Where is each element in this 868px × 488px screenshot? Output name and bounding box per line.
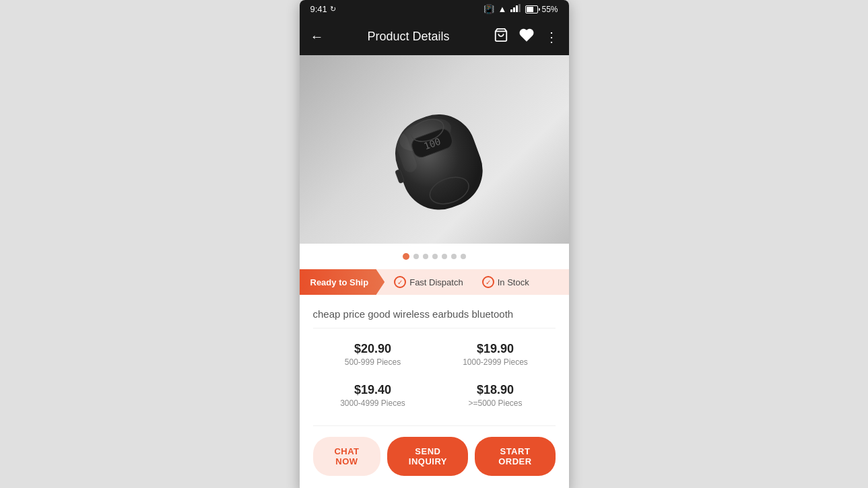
- battery-icon: 55%: [525, 5, 558, 14]
- back-button[interactable]: ←: [310, 29, 324, 44]
- product-image-container: 100: [300, 55, 569, 244]
- price-tier-4: $18.90 >=5000 Pieces: [436, 376, 556, 415]
- start-order-button[interactable]: START ORDER: [475, 437, 555, 476]
- ready-to-ship-badge: Ready to Ship: [300, 269, 385, 295]
- more-icon[interactable]: ⋮: [545, 29, 558, 45]
- price-tier-3: $19.40 3000-4999 Pieces: [313, 376, 433, 415]
- price-tier-1: $20.90 500-999 Pieces: [313, 335, 433, 374]
- action-buttons: CHAT NOW SEND INQUIRY START ORDER: [300, 426, 569, 488]
- status-bar: 9:41 ↻ 📳 ▲ 55%: [300, 0, 569, 18]
- product-image: 100: [374, 75, 495, 223]
- nav-bar: ← Product Details ⋮: [300, 18, 569, 55]
- send-inquiry-button[interactable]: SEND INQUIRY: [387, 437, 468, 476]
- svg-rect-3: [519, 4, 521, 12]
- svg-rect-0: [510, 9, 512, 12]
- svg-rect-1: [513, 7, 515, 12]
- wifi-icon: ▲: [498, 4, 507, 14]
- activity-icon: ↻: [330, 5, 336, 13]
- dispatch-check-icon: ✓: [394, 276, 406, 288]
- vibrate-icon: 📳: [483, 4, 494, 14]
- carousel-dot-2[interactable]: [413, 254, 419, 259]
- product-title: cheap price good wireless earbuds blueto…: [300, 295, 569, 328]
- stock-check-icon: ✓: [482, 276, 494, 288]
- svg-rect-2: [516, 5, 518, 12]
- carousel-dot-6[interactable]: [451, 254, 457, 259]
- carousel-dot-1[interactable]: [403, 253, 409, 260]
- phone-frame: 9:41 ↻ 📳 ▲ 55%: [300, 0, 569, 488]
- chat-now-button[interactable]: CHAT NOW: [313, 437, 381, 476]
- signal-icon: [510, 4, 521, 14]
- nav-actions: ⋮: [494, 28, 558, 46]
- in-stock-badge: ✓ In Stock: [473, 269, 539, 295]
- carousel-dot-3[interactable]: [423, 254, 428, 259]
- price-tier-2: $19.90 1000-2999 Pieces: [436, 335, 556, 374]
- pricing-grid: $20.90 500-999 Pieces $19.90 1000-2999 P…: [300, 328, 569, 425]
- time-display: 9:41: [310, 4, 327, 14]
- carousel-dot-4[interactable]: [432, 254, 438, 259]
- carousel-dot-5[interactable]: [442, 254, 447, 259]
- page-title: Product Details: [332, 30, 486, 44]
- fast-dispatch-badge: ✓ Fast Dispatch: [385, 269, 472, 295]
- status-icons: 📳 ▲ 55%: [483, 4, 558, 14]
- carousel-dot-7[interactable]: [461, 254, 466, 259]
- heart-icon[interactable]: [519, 28, 534, 46]
- carousel-dots: [300, 244, 569, 269]
- status-time: 9:41 ↻: [310, 4, 336, 14]
- cart-icon[interactable]: [494, 28, 508, 46]
- svg-rect-5: [527, 7, 533, 12]
- badges-row: Ready to Ship ✓ Fast Dispatch ✓ In Stock: [300, 269, 569, 295]
